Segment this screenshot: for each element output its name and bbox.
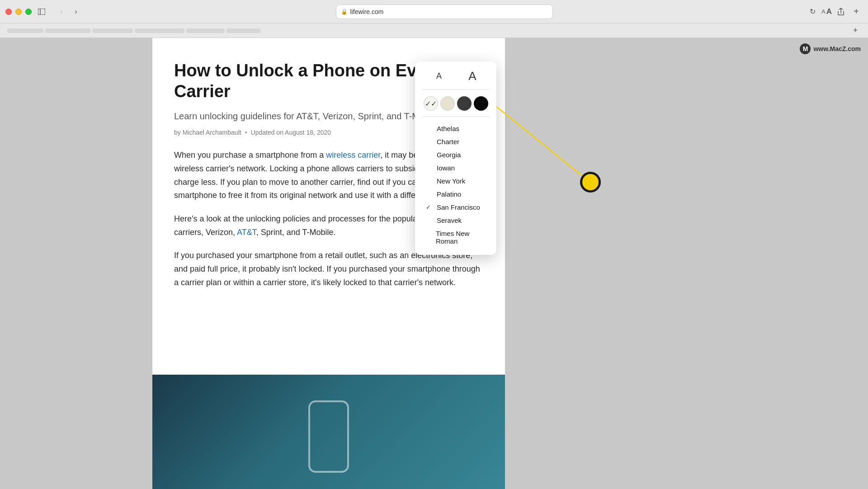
bookmark-item-3[interactable] — [92, 28, 133, 33]
increase-font-button[interactable]: A — [464, 68, 481, 84]
article-updated: Updated on August 18, 2020 — [251, 129, 331, 136]
color-swatches-row: ✓ — [422, 96, 489, 117]
color-swatch-gray[interactable] — [457, 96, 472, 111]
font-size-row: A A — [422, 68, 489, 90]
font-label-timesnewroman: Times New Roman — [436, 230, 486, 245]
font-label-seravek: Seravek — [437, 216, 462, 224]
reader-large-a: A — [826, 7, 832, 16]
bookmark-item-4[interactable] — [135, 28, 184, 33]
mouse-cursor — [580, 172, 601, 193]
address-bar[interactable]: 🔒 lifewire.com — [336, 5, 553, 19]
decrease-font-button[interactable]: A — [431, 68, 447, 84]
bookmark-item-5[interactable] — [186, 28, 225, 33]
font-item-athelas[interactable]: Athelas — [422, 122, 489, 135]
add-tab-button[interactable]: + — [850, 5, 863, 18]
nav-buttons: ‹ › — [55, 5, 82, 18]
font-item-charter[interactable]: Charter — [422, 135, 489, 148]
font-label-georgia: Georgia — [437, 151, 461, 159]
article-paragraph-3: If you purchased your smartphone from a … — [174, 249, 483, 289]
wireless-carrier-link[interactable]: wireless carrier — [326, 150, 380, 160]
mac-watermark: M www.MacZ.com — [800, 43, 861, 54]
toolbar-right: ↻ A A + — [806, 5, 863, 18]
reader-view-button[interactable]: A A — [821, 7, 832, 16]
share-button[interactable] — [835, 5, 847, 18]
address-bar-wrapper: 🔒 lifewire.com — [86, 5, 802, 19]
font-label-charter: Charter — [437, 138, 459, 146]
content-area: How to Unlock a Phone on Every U.S. Carr… — [0, 38, 868, 489]
title-bar: ‹ › 🔒 lifewire.com ↻ A A + — [0, 0, 868, 24]
svg-line-2 — [496, 107, 590, 183]
att-link[interactable]: AT&T — [237, 228, 256, 237]
color-swatch-white[interactable]: ✓ — [424, 96, 438, 111]
font-item-sanfrancisco[interactable]: ✓ San Francisco — [422, 201, 489, 214]
reader-small-a: A — [821, 8, 826, 15]
refresh-button[interactable]: ↻ — [806, 5, 819, 18]
small-a-label: A — [436, 71, 442, 81]
sidebar-toggle-button[interactable] — [35, 5, 48, 18]
close-button[interactable] — [5, 9, 12, 15]
minimize-button[interactable] — [15, 9, 22, 15]
font-item-newyork[interactable]: New York — [422, 174, 489, 188]
bookmark-item-6[interactable] — [226, 28, 260, 33]
url-text: lifewire.com — [350, 8, 384, 15]
font-item-iowan[interactable]: Iowan — [422, 161, 489, 174]
watermark-text: www.MacZ.com — [813, 45, 861, 52]
maximize-button[interactable] — [25, 9, 32, 15]
font-label-newyork: New York — [437, 177, 465, 185]
back-button[interactable]: ‹ — [55, 5, 68, 18]
reader-font-panel: A A ✓ Athelas — [415, 61, 496, 255]
forward-button[interactable]: › — [70, 5, 82, 18]
bookmark-item-2[interactable] — [45, 28, 90, 33]
font-label-athelas: Athelas — [437, 125, 459, 132]
phone-image-outline — [308, 400, 349, 473]
font-item-timesnewroman[interactable]: Times New Roman — [422, 227, 489, 248]
browser-window: ‹ › 🔒 lifewire.com ↻ A A + — [0, 0, 868, 489]
article-image — [152, 375, 505, 489]
font-check-sanfrancisco: ✓ — [426, 204, 433, 211]
lock-icon: 🔒 — [341, 9, 348, 15]
large-a-label: A — [468, 69, 476, 83]
bookmark-item-1[interactable] — [7, 28, 43, 33]
meta-dot: • — [245, 129, 247, 136]
font-item-seravek[interactable]: Seravek — [422, 214, 489, 227]
mac-logo: M — [800, 43, 811, 54]
svg-rect-0 — [38, 9, 45, 15]
add-bookmark-button[interactable]: + — [850, 25, 861, 36]
font-item-georgia[interactable]: Georgia — [422, 148, 489, 161]
traffic-lights — [5, 9, 32, 15]
font-label-palatino: Palatino — [437, 190, 461, 198]
font-item-palatino[interactable]: Palatino — [422, 188, 489, 201]
font-label-sanfrancisco: San Francisco — [437, 203, 480, 211]
font-label-iowan: Iowan — [437, 164, 455, 172]
color-swatch-offwhite[interactable] — [440, 96, 455, 111]
bookmarks-bar: + — [0, 24, 868, 38]
font-list: Athelas Charter Georgia Iowan New York — [422, 122, 489, 248]
color-swatch-black[interactable] — [474, 96, 488, 111]
article-author: by Michael Archambault — [174, 129, 241, 136]
